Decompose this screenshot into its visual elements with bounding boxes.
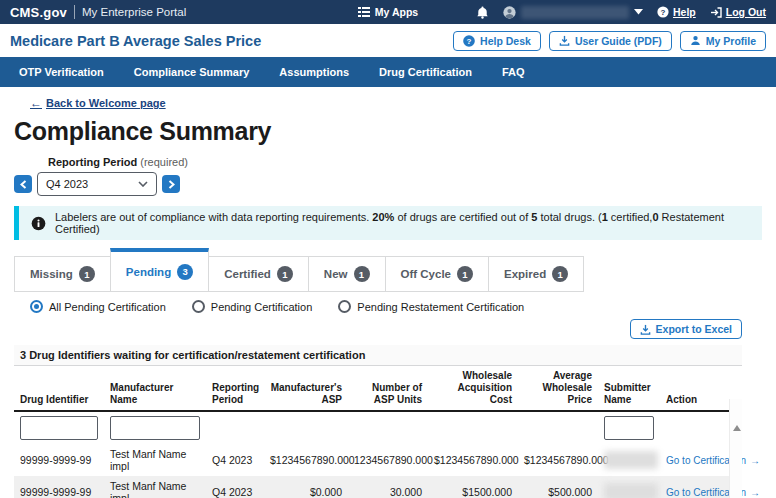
app-title: Medicare Part B Average Sales Price: [10, 33, 453, 49]
tab-off-cycle-count-badge: 1: [457, 266, 473, 282]
help-desk-button[interactable]: ? Help Desk: [453, 31, 541, 51]
scroll-up-icon[interactable]: [733, 425, 741, 431]
back-to-welcome-link[interactable]: ← Back to Welcome page: [30, 96, 166, 110]
chevron-down-icon: [634, 9, 643, 15]
cms-logo[interactable]: CMS.gov: [10, 5, 67, 20]
submitter-name-redacted: [604, 483, 658, 498]
col-average-wholesale-price: Average Wholesale Price: [518, 366, 598, 412]
table-filter-row: [14, 411, 742, 444]
export-to-excel-button[interactable]: Export to Excel: [630, 319, 742, 339]
export-download-icon: [640, 324, 651, 335]
tab-certified[interactable]: Certified1: [208, 256, 309, 292]
col-submitter-name: Submitter Name: [598, 366, 660, 412]
topbar-divider: [74, 5, 75, 19]
svg-text:?: ?: [661, 8, 666, 17]
my-profile-button[interactable]: My Profile: [680, 31, 766, 51]
download-icon: [559, 35, 570, 46]
manufacturer-name-filter-input[interactable]: [110, 416, 200, 440]
arrow-right-icon: →: [750, 487, 760, 498]
my-apps-label: My Apps: [375, 6, 418, 18]
user-guide-button[interactable]: User Guide (PDF): [549, 31, 672, 51]
pending-filter-radios: All Pending Certification Pending Certif…: [30, 300, 762, 313]
tab-new[interactable]: New1: [308, 256, 386, 292]
main-nav: OTP Verification Compliance Summary Assu…: [0, 57, 776, 87]
radio-pending-certification[interactable]: Pending Certification: [192, 300, 313, 313]
previous-period-button[interactable]: [14, 175, 32, 193]
user-menu[interactable]: [503, 6, 643, 19]
reporting-period-block: Reporting Period (required) Q4 2023: [14, 156, 762, 196]
select-chevron-icon: [138, 181, 148, 187]
col-drug-identifier: Drug Identifier: [14, 366, 104, 412]
log-out-link[interactable]: Log Out: [710, 6, 766, 18]
help-link[interactable]: ? Help: [657, 6, 696, 18]
user-name-redacted: [521, 6, 629, 19]
arrow-right-icon: →: [750, 455, 760, 466]
help-desk-icon: ?: [463, 35, 475, 47]
col-manufacturer-name: Manufacturer Name: [104, 366, 206, 412]
user-avatar-icon: [503, 6, 516, 19]
go-to-certification-link[interactable]: Go to Certification→: [666, 487, 760, 498]
svg-text:?: ?: [467, 36, 472, 45]
nav-item-otp-verification[interactable]: OTP Verification: [4, 57, 119, 87]
my-apps-menu[interactable]: My Apps: [358, 6, 418, 18]
info-icon: [31, 216, 46, 231]
status-tabs: Missing1 Pending3 Certified1 New1 Off Cy…: [14, 248, 762, 292]
reporting-period-label: Reporting Period (required): [48, 156, 762, 169]
radio-unselected-icon: [338, 300, 351, 313]
table-caption: 3 Drug Identifiers waiting for certifica…: [14, 345, 742, 365]
portal-name: My Enterprise Portal: [82, 6, 186, 18]
nav-item-drug-certification[interactable]: Drug Certification: [364, 57, 487, 87]
back-arrow-icon: ←: [30, 96, 42, 110]
tab-pending[interactable]: Pending3: [110, 248, 209, 292]
radio-unselected-icon: [192, 300, 205, 313]
nav-item-compliance-summary[interactable]: Compliance Summary: [119, 57, 265, 87]
compliance-info-alert: Labelers are out of compliance with data…: [14, 206, 762, 240]
submitter-name-filter-input[interactable]: [604, 416, 654, 440]
content: ← Back to Welcome page Compliance Summar…: [0, 87, 776, 498]
tab-missing-count-badge: 1: [79, 266, 95, 282]
page-title: Compliance Summary: [14, 117, 762, 146]
screen: CMS.gov My Enterprise Portal My Apps: [0, 0, 776, 498]
tab-certified-count-badge: 1: [277, 266, 293, 282]
drug-identifier-filter-input[interactable]: [20, 416, 98, 440]
col-reporting-period: Reporting Period: [206, 366, 264, 412]
tab-expired-count-badge: 1: [552, 266, 568, 282]
table-scrollbar[interactable]: [729, 399, 742, 498]
radio-pending-restatement-certification[interactable]: Pending Restatement Certification: [338, 300, 524, 313]
next-period-button[interactable]: [162, 175, 180, 193]
reporting-period-select[interactable]: Q4 2023: [37, 172, 157, 196]
nav-item-faq[interactable]: FAQ: [487, 57, 540, 87]
app-header: Medicare Part B Average Sales Price ? He…: [0, 24, 776, 57]
profile-person-icon: [690, 35, 701, 46]
logout-icon: [710, 7, 722, 18]
go-to-certification-link[interactable]: Go to Certification→: [666, 455, 760, 466]
col-number-of-asp-units: Number of ASP Units: [348, 366, 428, 412]
radio-all-pending-certification[interactable]: All Pending Certification: [30, 300, 166, 313]
tab-new-count-badge: 1: [354, 266, 370, 282]
table-row: 99999-9999-99 Test Manf Name impl Q4 202…: [14, 444, 742, 476]
help-question-icon: ?: [657, 6, 669, 18]
tab-off-cycle[interactable]: Off Cycle1: [385, 256, 490, 292]
col-wholesale-acquisition-cost: Wholesale Acquisition Cost: [428, 366, 518, 412]
notifications-bell-icon[interactable]: [476, 6, 489, 19]
table-row: 99999-9999-99 Test Manf Name impl Q4 202…: [14, 476, 742, 498]
tab-pending-count-badge: 3: [177, 264, 193, 280]
topbar: CMS.gov My Enterprise Portal My Apps: [0, 0, 776, 24]
pending-drugs-table: 3 Drug Identifiers waiting for certifica…: [14, 345, 742, 498]
nav-item-assumptions[interactable]: Assumptions: [264, 57, 364, 87]
col-manufacturers-asp: Manufacturer's ASP: [264, 366, 348, 412]
tab-expired[interactable]: Expired1: [488, 256, 584, 292]
radio-selected-icon: [30, 300, 43, 313]
submitter-name-redacted: [604, 451, 658, 469]
apps-grid-icon: [358, 7, 370, 17]
tab-missing[interactable]: Missing1: [14, 256, 111, 292]
table-header-row: Drug Identifier Manufacturer Name Report…: [14, 366, 742, 412]
alert-message: Labelers are out of compliance with data…: [55, 211, 750, 235]
